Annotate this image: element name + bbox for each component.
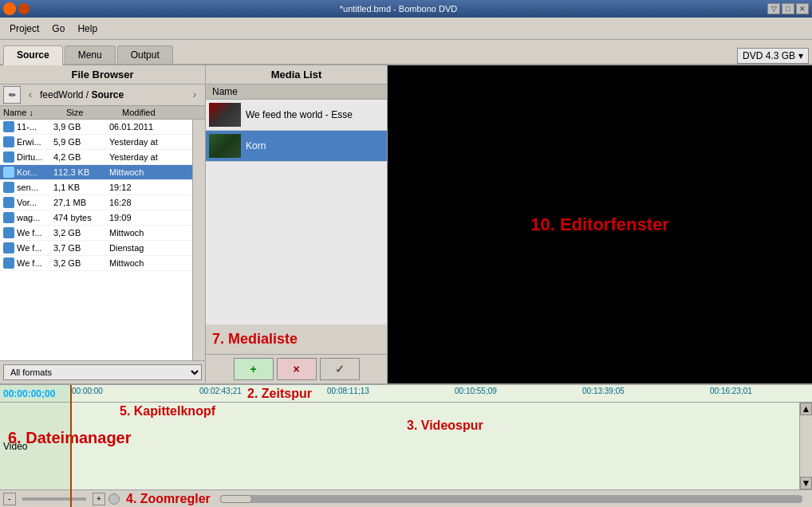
- media-label: Korn: [246, 140, 266, 151]
- add-media-button[interactable]: +: [234, 358, 274, 380]
- ruler-time-mark: 00:10:55;09: [455, 387, 497, 395]
- zoomregler-annotation: 4. Zoomregler: [126, 492, 211, 506]
- timeline-hscrollbar[interactable]: [220, 495, 802, 503]
- track-scrollbar[interactable]: ▲ ▼: [799, 403, 812, 489]
- file-icon: [3, 197, 14, 208]
- media-item[interactable]: Korn: [206, 131, 387, 162]
- logo-icon: [3, 2, 16, 15]
- menu-help[interactable]: Help: [71, 22, 104, 36]
- breadcrumb-path: feedWorld / Source: [40, 89, 185, 100]
- scroll-up-button[interactable]: ▲: [800, 403, 812, 415]
- file-modified: Yesterday at: [109, 152, 189, 162]
- nav-back-button[interactable]: ‹: [23, 88, 37, 102]
- file-icon: [3, 167, 14, 178]
- bottom-controls: - + 4. Zoomregler: [0, 489, 812, 507]
- media-list-items: We feed the world - Esse Korn: [206, 100, 387, 324]
- file-row[interactable]: 11-... 3,9 GB 06.01.2011: [0, 120, 192, 135]
- file-row[interactable]: Kor... 112,3 KB Mittwoch: [0, 165, 192, 180]
- tab-source[interactable]: Source: [3, 45, 63, 65]
- file-row[interactable]: wag... 474 bytes 19:09: [0, 210, 192, 226]
- media-label: We feed the world - Esse: [246, 109, 353, 120]
- file-size: 3,9 GB: [53, 122, 109, 132]
- zoom-slider[interactable]: [22, 497, 86, 501]
- format-bar-wrapper: All formats Video files Audio files: [0, 360, 205, 383]
- timeline-area: 00:00:00;00 00:00:0000:02:43;2100:08:11;…: [0, 383, 812, 507]
- time-ruler: 00:00:00;00 00:00:0000:02:43;2100:08:11;…: [0, 385, 812, 403]
- file-row[interactable]: We f... 3,2 GB Mittwoch: [0, 226, 192, 241]
- file-size: 3,7 GB: [53, 243, 109, 253]
- file-row[interactable]: Dirtu... 4,2 GB Yesterday at: [0, 150, 192, 165]
- hscroll-track: [220, 495, 802, 503]
- thumb-image: [209, 103, 241, 127]
- app-logo: [3, 2, 30, 15]
- nav-forward-button[interactable]: ›: [187, 88, 202, 102]
- ruler-time-mark: 00:00:00: [72, 387, 103, 395]
- file-icon: [3, 182, 14, 193]
- file-modified: 06.01.2011: [109, 122, 189, 132]
- file-icon: [3, 227, 14, 238]
- video-track[interactable]: 3. Videospur 5. Kapittelknopf: [72, 403, 799, 489]
- file-row[interactable]: We f... 3,7 GB Dienstag: [0, 241, 192, 256]
- ruler-time-mark: 00:13:39;05: [582, 387, 625, 395]
- chapter-marker: [70, 385, 72, 507]
- file-modified: 19:12: [109, 183, 189, 192]
- dvd-selector[interactable]: DVD 4.3 GB ▾: [737, 48, 809, 64]
- file-browser-panel: File Browser ✏ ‹ feedWorld / Source › Na…: [0, 65, 206, 383]
- file-modified: Yesterday at: [109, 137, 189, 147]
- file-size: 1,1 KB: [53, 183, 109, 192]
- col-size[interactable]: Size: [66, 108, 122, 117]
- editor-panel: 10. Editorfenster: [388, 65, 812, 383]
- hscroll-thumb[interactable]: [220, 495, 252, 503]
- file-modified: Mittwoch: [109, 258, 189, 268]
- file-icon: [3, 151, 14, 163]
- media-list-panel: Media List Name We feed the world - Esse…: [206, 65, 388, 383]
- file-row[interactable]: sen... 1,1 KB 19:12: [0, 180, 192, 195]
- ruler-marks: 00:00:0000:02:43;2100:08:11;1300:10:55;0…: [72, 385, 812, 402]
- ruler-time-mark: 00:08:11;13: [327, 387, 369, 395]
- file-name: We f...: [3, 257, 53, 269]
- col-modified[interactable]: Modified: [122, 108, 202, 117]
- close-button[interactable]: ✕: [796, 3, 809, 14]
- file-row[interactable]: Erwi... 5,9 GB Yesterday at: [0, 135, 192, 150]
- title-bar: *untitled.bmd - Bombono DVD ▽ □ ✕: [0, 0, 812, 18]
- file-row[interactable]: Vor... 27,1 MB 16:28: [0, 195, 192, 210]
- edit-path-button[interactable]: ✏: [3, 86, 21, 104]
- zoom-handle[interactable]: [108, 493, 120, 505]
- format-select[interactable]: All formats Video files Audio files: [3, 364, 202, 380]
- file-modified: Mittwoch: [109, 228, 189, 238]
- breadcrumb-separator: /: [86, 89, 92, 100]
- file-name: Dirtu...: [3, 151, 53, 163]
- menu-project[interactable]: Project: [3, 22, 45, 36]
- remove-media-button[interactable]: ×: [277, 358, 317, 380]
- kapittelknopf-annotation: 5. Kapittelknopf: [120, 404, 215, 419]
- tab-menu[interactable]: Menu: [65, 45, 116, 64]
- file-size: 27,1 MB: [53, 198, 109, 207]
- file-name: Kor...: [3, 167, 53, 178]
- file-icon: [3, 242, 14, 254]
- ruler-time-mark: 00:16:23;01: [710, 387, 752, 395]
- file-list-scrollbar[interactable]: [192, 120, 205, 360]
- minimize-button[interactable]: ▽: [767, 3, 780, 14]
- file-modified: Mittwoch: [109, 167, 189, 177]
- col-name[interactable]: Name ↓: [3, 108, 66, 117]
- menu-go[interactable]: Go: [45, 22, 71, 36]
- maximize-button[interactable]: □: [782, 3, 794, 14]
- breadcrumb-part1: feedWorld: [40, 89, 83, 100]
- file-name: Erwi...: [3, 136, 53, 147]
- media-item[interactable]: We feed the world - Esse: [206, 100, 387, 131]
- file-name: We f...: [3, 242, 53, 254]
- breadcrumb-part2: Source: [92, 89, 124, 100]
- file-name: wag...: [3, 212, 53, 223]
- zoom-in-button[interactable]: +: [93, 493, 105, 505]
- menu-bar: Project Go Help: [0, 18, 812, 40]
- media-list-buttons: + × ✓: [206, 354, 387, 383]
- zoom-out-button[interactable]: -: [3, 493, 16, 505]
- confirm-media-button[interactable]: ✓: [320, 358, 360, 380]
- file-row[interactable]: We f... 3,2 GB Mittwoch: [0, 256, 192, 271]
- scroll-track: [800, 415, 812, 477]
- videospur-annotation: 3. Videospur: [407, 419, 483, 433]
- tab-output[interactable]: Output: [117, 45, 173, 64]
- file-name: We f...: [3, 227, 53, 238]
- file-list[interactable]: 11-... 3,9 GB 06.01.2011 Erwi... 5,9 GB …: [0, 120, 192, 360]
- scroll-down-button[interactable]: ▼: [800, 477, 812, 489]
